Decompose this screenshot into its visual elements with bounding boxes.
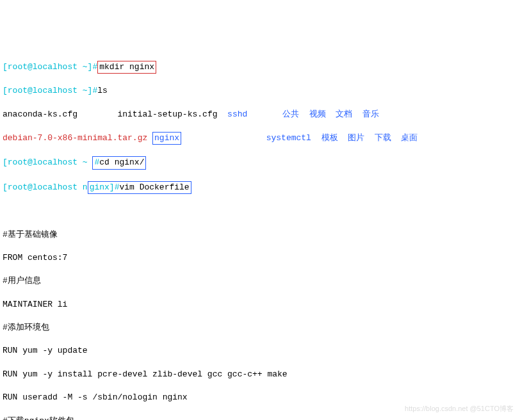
prompt: [root@localhost ~ (3, 158, 92, 167)
dockerfile-line: #基于基础镜像 (3, 229, 517, 241)
ls-item: systemctl (266, 133, 311, 143)
cmd-ls: ls (97, 86, 108, 95)
ls-item: 模板 (321, 133, 338, 143)
cmd-mkdir: mkdir nginx (97, 61, 156, 74)
cmd-vim-dockerfile: vim Dockerfile (119, 182, 189, 192)
ls-item: debian-7.0-x86-minimal.tar.gz (3, 133, 147, 143)
dockerfile-line: RUN useradd -M -s /sbin/nologin nginx (3, 392, 517, 403)
dockerfile-line: #用户信息 (3, 275, 517, 287)
ls-item: anaconda-ks.cfg (3, 109, 77, 119)
ls-item: 图片 (348, 133, 364, 143)
cmd-cd: cd nginx/ (99, 158, 144, 167)
dockerfile-line: #添加环境包 (3, 322, 517, 334)
ls-item: 桌面 (401, 133, 418, 143)
ls-item: 视频 (309, 109, 326, 119)
ls-item-nginx: nginx (152, 132, 181, 145)
watermark: https://blog.csdn.net @51CTO博客 (405, 404, 514, 414)
ls-item: 下载 (375, 133, 391, 143)
prompt: [root@localhost ~]# (3, 62, 97, 72)
ls-item: 音乐 (362, 109, 379, 119)
dockerfile-line: RUN yum -y update (3, 345, 517, 357)
dockerfile-line: MAINTAINER li (3, 299, 517, 311)
ls-item: 公共 (282, 109, 299, 119)
dockerfile-line: RUN yum -y install pcre-devel zlib-devel… (3, 369, 517, 380)
ls-item: 文档 (336, 109, 352, 119)
prompt: [root@localhost ~]# (3, 86, 97, 95)
dockerfile-line: FROM centos:7 (3, 252, 517, 264)
terminal-output: [root@localhost ~]#mkdir nginx [root@loc… (3, 49, 517, 420)
ls-item: sshd (227, 109, 247, 119)
dockerfile-line: #下载nginx软件包 (3, 416, 517, 420)
ls-item: initial-setup-ks.cfg (117, 109, 217, 119)
